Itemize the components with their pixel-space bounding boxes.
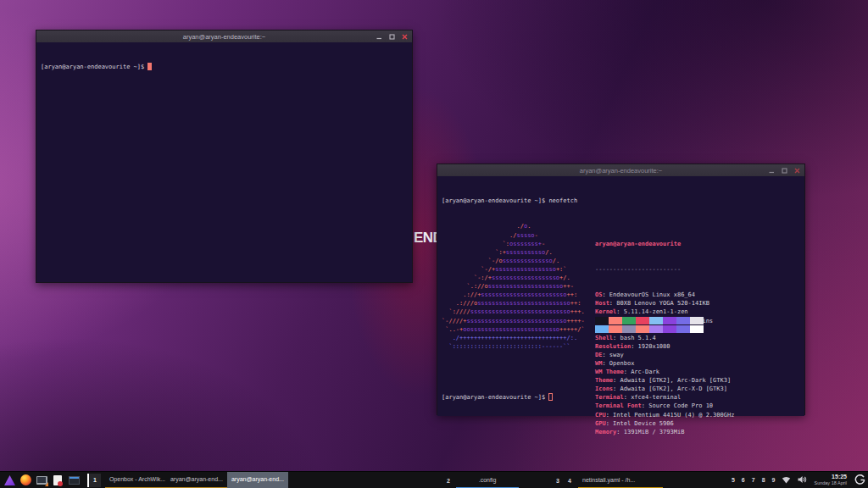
network-wifi-icon[interactable] (782, 475, 791, 485)
workspace-4-indicator[interactable]: 4 (568, 472, 571, 488)
task-button-netinstall[interactable]: netinstall.yaml - /h... (578, 472, 663, 488)
shell-prompt: [aryan@aryan-endeavourite ~]$ (442, 394, 545, 401)
neofetch-ascii-logo: ./o. ./sssso- `:osssssss+- `:+ssssssssss… (442, 222, 595, 350)
terminal-cursor (548, 393, 553, 401)
neofetch-info-line: Kernel: 5.11.14-zen1-1-zen (595, 308, 734, 316)
neofetch-info-line: Icons: Adwaita [GTK2], Arc-X-D [GTK3] (595, 385, 734, 393)
neofetch-color-palette (595, 317, 734, 325)
palette-swatch (609, 317, 622, 324)
workspace-1-indicator[interactable]: 1 (87, 474, 101, 487)
neofetch-separator: ------------------------ (595, 265, 734, 274)
neofetch-info-line: WM Theme: Arc-Dark (595, 368, 734, 376)
task-button[interactable]: aryan@aryan-end... (227, 472, 288, 488)
clock[interactable]: 15:25 Sunday 18 April (814, 474, 847, 486)
display-tool-icon[interactable] (35, 474, 48, 487)
terminal-window-1: aryan@aryan-endeavourite:~ [aryan@aryan-… (36, 30, 413, 283)
ascii-art-line: `..-+oosssssssssssssssssssssssso+++++/` (442, 325, 595, 334)
ascii-art-line: `-/ossssssssssssso/. (442, 257, 595, 265)
palette-swatch (622, 325, 636, 333)
restore-icon[interactable] (781, 167, 787, 174)
ascii-art-line: `-////+ssssssssssssssssssssssssssso++++- (442, 317, 595, 325)
minimize-icon[interactable] (376, 33, 382, 40)
minimize-icon[interactable] (768, 167, 775, 174)
workspace-8-indicator[interactable]: 8 (762, 477, 765, 483)
ascii-art-line: ./++++++++++++++++++++++++++++++/:. (442, 334, 595, 342)
neofetch-info-line: Memory: 1391MiB / 3793MiB (595, 428, 734, 436)
palette-swatch (609, 325, 622, 333)
shell-prompt: [aryan@aryan-endeavourite ~]$ (442, 197, 545, 204)
palette-swatch (636, 325, 649, 333)
clock-date: Sunday 18 April (814, 480, 847, 486)
app-launcher-endeavouros-logo-icon[interactable] (3, 474, 16, 487)
ascii-art-line: `.://osssssssssssssssssssso++- (442, 282, 595, 291)
palette-row (595, 325, 734, 334)
workspace-2-indicator[interactable]: 2 (447, 472, 450, 488)
ascii-art-line: ./o. (442, 222, 595, 230)
clock-time: 15:25 (814, 474, 847, 480)
palette-swatch (595, 317, 609, 324)
volume-icon[interactable] (798, 475, 807, 485)
terminal1-content[interactable]: [aryan@aryan-endeavourite ~]$ (36, 42, 412, 282)
close-icon[interactable] (793, 167, 800, 174)
command-line: [aryan@aryan-endeavourite ~]$neofetch (442, 197, 800, 205)
palette-swatch (649, 317, 663, 324)
neofetch-info-line: Terminal Font: Source Code Pro 10 (595, 402, 734, 410)
desktop-wallpaper[interactable]: ENDEAVOUROS aryan@aryan-endeavourite:~ [… (0, 0, 868, 488)
workspace-9-indicator[interactable]: 9 (772, 477, 776, 483)
neofetch-info: aryan@aryan-endeavourite ---------------… (595, 222, 734, 350)
session-menu-icon[interactable] (854, 474, 865, 486)
palette-swatch (649, 325, 663, 333)
command-text: neofetch (548, 197, 577, 204)
terminal2-content[interactable]: [aryan@aryan-endeavourite ~]$neofetch ./… (437, 176, 804, 416)
firefox-icon[interactable] (19, 474, 32, 487)
ascii-art-line: ./sssso- (442, 231, 595, 240)
ascii-art-line: .://+ssssssssssssssssssssssso++: (442, 291, 595, 299)
neofetch-info-line: OS: EndeavourOS Linux x86_64 (595, 291, 734, 299)
taskbar-window-buttons: Openbox - ArchWik...aryan@aryan-end...ar… (105, 472, 288, 488)
workspace-6-indicator[interactable]: 6 (742, 477, 745, 483)
neofetch-info-line: Terminal: xfce4-terminal (595, 393, 734, 402)
ascii-art-line: .:///ossssssssssssssssssssssssso++: (442, 299, 595, 308)
terminal-app-icon[interactable] (67, 474, 81, 487)
task-button[interactable]: Openbox - ArchWik... (105, 472, 166, 488)
terminal2-title: aryan@aryan-endeavourite:~ (437, 167, 804, 175)
terminal1-title: aryan@aryan-endeavourite:~ (36, 33, 412, 41)
ascii-art-line: `-/+sssssssssssssssso+:` (442, 265, 595, 274)
palette-swatch (595, 325, 609, 333)
task-button[interactable]: aryan@aryan-end... (166, 472, 227, 488)
close-icon[interactable] (401, 33, 408, 40)
workspace-5-indicator[interactable]: 5 (732, 477, 735, 483)
neofetch-info-line: Host: 80X8 Lenovo YOGA 520-14IKB (595, 299, 734, 308)
ascii-art-line: `:////ssssssssssssssssssssssssssso+++. (442, 308, 595, 316)
palette-swatch (690, 325, 704, 333)
neofetch-info-line: Shell: bash 5.1.4 (595, 334, 734, 342)
terminal1-titlebar[interactable]: aryan@aryan-endeavourite:~ (36, 30, 412, 42)
restore-icon[interactable] (388, 33, 395, 40)
taskbar: 1 Openbox - ArchWik...aryan@aryan-end...… (0, 471, 868, 488)
workspace-7-indicator[interactable]: 7 (752, 477, 755, 483)
neofetch-user-host: aryan@aryan-endeavourite (595, 240, 734, 248)
workspace-3-indicator[interactable]: 3 (556, 472, 559, 488)
ascii-art-line: `:+sssssssssso/. (442, 248, 595, 257)
task-button-config[interactable]: .config (456, 472, 519, 488)
neofetch-info-line: Theme: Adwaita [GTK2], Arc-Dark [GTK3] (595, 376, 734, 385)
terminal2-titlebar[interactable]: aryan@aryan-endeavourite:~ (437, 164, 804, 176)
neofetch-info-lines: OS: EndeavourOS Linux x86_64Host: 80X8 L… (595, 291, 734, 299)
neofetch-info-line: Resolution: 1920x1080 (595, 342, 734, 351)
neofetch-output: ./o. ./sssso- `:osssssss+- `:+ssssssssss… (442, 222, 800, 350)
palette-row (595, 317, 734, 325)
ascii-art-line: `:::::::::::::::::::::::::------`` (442, 342, 595, 351)
terminal-cursor (147, 63, 152, 70)
neofetch-info-line: DE: sway (595, 351, 734, 359)
neofetch-info-line: WM: Openbox (595, 359, 734, 368)
neofetch-info-line: GPU: Intel Device 5906 (595, 419, 734, 428)
software-app-icon[interactable] (51, 474, 64, 487)
palette-swatch (622, 317, 636, 324)
palette-swatch (663, 325, 676, 333)
ascii-art-line: `-:/+sssssssssssssssssso+/. (442, 274, 595, 282)
palette-swatch (690, 317, 704, 324)
neofetch-info-line: CPU: Intel Pentium 4415U (4) @ 2.300GHz (595, 411, 734, 419)
shell-prompt: [aryan@aryan-endeavourite ~]$ (41, 64, 144, 70)
palette-swatch (663, 317, 676, 324)
palette-swatch (676, 325, 690, 333)
